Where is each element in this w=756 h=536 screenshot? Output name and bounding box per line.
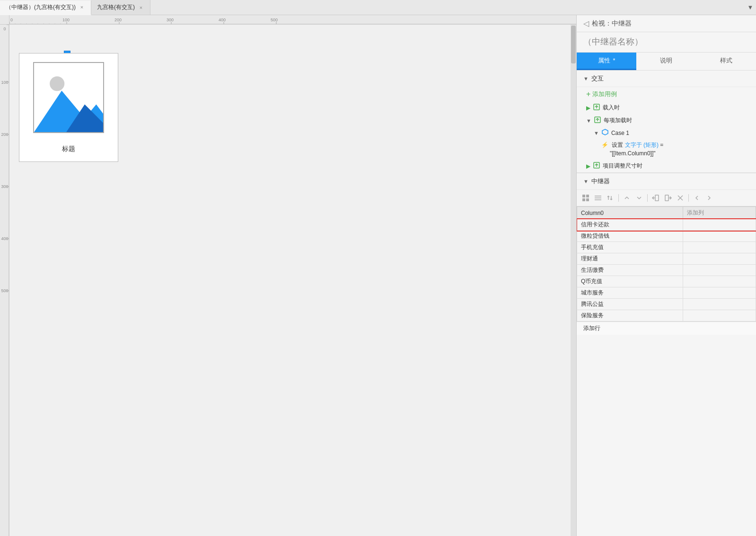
table-row[interactable]: Q币充值 [577,276,756,287]
repeater-component[interactable]: 标题 [19,53,118,162]
tab-close-2[interactable]: × [138,4,144,11]
svg-text:400: 400 [219,18,226,22]
svg-rect-53 [655,195,659,201]
event-icon-item-load [594,116,601,125]
table-row[interactable]: 手机充值 [577,242,756,253]
table-header-row: Column0 添加列 [577,207,756,219]
interaction-collapse-icon[interactable]: ▼ [583,76,589,81]
table-cell-col0[interactable]: 生活缴费 [577,265,683,276]
image-placeholder [33,62,104,133]
table-cell-empty [683,310,756,322]
repeater-collapse-icon[interactable]: ▼ [583,179,589,184]
toolbar-divider-2 [647,194,648,202]
tab-nine[interactable]: 九宫格(有交互) × [91,0,150,15]
table-cell-empty [683,253,756,265]
table-cell-col0[interactable]: 信用卡还款 [577,219,683,231]
add-row-button[interactable]: 添加行 [577,322,756,335]
event-resize-label: 项目调整尺寸时 [603,162,642,170]
table-cell-col0[interactable]: Q币充值 [577,276,683,287]
main-layout: 0 100 200 300 400 500 [0,15,756,536]
table-row[interactable]: 信用卡还款 [577,219,756,231]
table-row[interactable]: 理财通 [577,253,756,265]
svg-marker-43 [602,129,608,135]
event-item-load-group: ▼ 每项加载时 ▼ [577,114,756,160]
toolbar-list-btn[interactable] [593,193,603,203]
panel-content: ▼ 交互 + 添加用例 ▶ [577,71,756,536]
event-arrow-right-2-icon: ▶ [586,163,590,170]
case1-group: ▼ Case 1 ⚡ 设置 文字于 (矩 [577,127,756,160]
action-text-value: "[[Item.Column0]]" [610,150,656,157]
case-icon [602,129,608,137]
add-col-header[interactable]: 添加列 [683,207,756,219]
svg-text:300: 300 [167,18,174,22]
svg-rect-49 [586,198,589,201]
tab-label-2: 九宫格(有交互) [97,3,135,11]
table-row[interactable]: 腾讯公益 [577,299,756,310]
table-cell-col0[interactable]: 腾讯公益 [577,299,683,310]
event-item-load[interactable]: ▼ 每项加载时 [577,114,756,127]
svg-text:200: 200 [114,18,122,22]
svg-text:100: 100 [1,80,8,85]
toolbar-grid-btn[interactable] [580,193,591,203]
table-row[interactable]: 保险服务 [577,310,756,322]
table-row[interactable]: 生活缴费 [577,265,756,276]
repeater-table: Column0 添加列 信用卡还款微粒贷借钱手机充值理财通生活缴费Q币充值城市服… [577,206,756,322]
table-cell-empty [683,276,756,287]
toolbar-sort-btn[interactable] [605,193,615,203]
tab-properties[interactable]: 属性 * [577,53,636,70]
toolbar-up-btn[interactable] [622,193,632,203]
toolbar-insert-right-btn[interactable] [663,193,673,203]
toolbar-left-btn[interactable] [692,193,702,203]
chevron-down-icon: ▼ [747,4,754,11]
tab-style[interactable]: 样式 [696,53,756,70]
table-cell-col0[interactable]: 手机充值 [577,242,683,253]
table-cell-col0[interactable]: 微粒贷借钱 [577,231,683,242]
add-row-label: 添加行 [583,324,600,332]
canvas-content[interactable]: 标题 [9,25,576,536]
add-case-button[interactable]: + 添加用例 [577,87,756,101]
table-cell-col0[interactable]: 城市服务 [577,287,683,299]
add-case-label: 添加用例 [592,90,617,98]
tab-bar: （中继器）(九宫格(有交互)) × 九宫格(有交互) × ▼ [0,0,756,15]
table-cell-empty [683,219,756,231]
tab-dropdown-btn[interactable]: ▼ [745,0,756,15]
scrollbar-thumb[interactable] [571,26,576,63]
expand-arrow-icon: ▼ [586,118,591,124]
event-icon-resize [593,162,600,170]
toolbar-insert-left-btn[interactable] [651,193,661,203]
svg-rect-48 [582,198,585,201]
event-load-label: 载入时 [603,104,620,112]
case1-item[interactable]: ▼ Case 1 [577,127,756,139]
table-cell-empty [683,265,756,276]
toolbar-delete-col-btn[interactable] [675,193,686,203]
tab-description[interactable]: 说明 [636,53,696,70]
canvas-area[interactable]: 0 100 200 300 400 500 [0,15,576,536]
canvas-white: 标题 [9,25,435,536]
table-cell-empty [683,299,756,310]
table-cell-empty [683,287,756,299]
col0-header[interactable]: Column0 [577,207,683,219]
toolbar-down-btn[interactable] [634,193,644,203]
tab-label-1: （中继器）(九宫格(有交互)) [6,3,76,11]
tab-properties-dot: * [613,57,615,64]
repeater-section-header: ▼ 中继器 [577,173,756,190]
table-row[interactable]: 微粒贷借钱 [577,231,756,242]
event-load[interactable]: ▶ 载入时 [577,101,756,114]
action-text-highlight: 文字于 (矩形) [625,142,659,148]
svg-text:100: 100 [62,18,70,22]
table-cell-col0[interactable]: 保险服务 [577,310,683,322]
tab-repeater-nine[interactable]: （中继器）(九宫格(有交互)) × [0,0,91,15]
table-row[interactable]: 城市服务 [577,287,756,299]
interaction-section-title: 交互 [591,74,604,83]
event-resize[interactable]: ▶ 项目调整尺寸时 [577,160,756,172]
ruler-top: 0 100 200 300 400 500 [9,15,576,25]
scrollbar-track[interactable] [571,25,576,536]
case-arrow-icon: ▼ [594,130,599,136]
svg-rect-46 [582,195,585,197]
repeater-section: ▼ 中继器 [577,173,756,335]
right-panel: ◁ 检视：中继器 （中继器名称） 属性 * 说明 样式 ▼ 交互 [576,15,756,536]
toolbar-right-btn[interactable] [704,193,714,203]
tab-close-1[interactable]: × [79,4,85,10]
back-button[interactable]: ◁ [583,19,589,28]
table-cell-col0[interactable]: 理财通 [577,253,683,265]
